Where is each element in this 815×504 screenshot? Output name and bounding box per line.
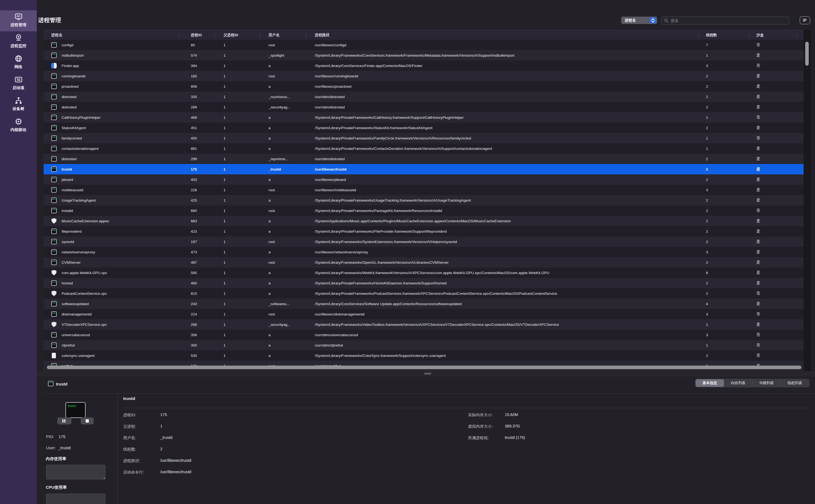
search-icon [664, 18, 669, 23]
table-row[interactable]: colorsync.useragent5301a/System/Library/… [44, 350, 804, 361]
table-row[interactable]: UsageTrackingAgent4251a/System/Library/P… [44, 195, 804, 205]
divider [117, 393, 118, 504]
info-value: 175 [160, 412, 167, 417]
detail-tab-2[interactable]: 内存列表 [724, 379, 752, 387]
cell-user: a [268, 292, 271, 296]
cell-path: /usr/libexec/trustd [315, 167, 346, 171]
sidebar-item-1[interactable]: 进程管理 [0, 10, 37, 31]
kernel-driver-icon [14, 117, 23, 126]
info-value: /usr/libexec/trustd [160, 458, 191, 463]
cell-user: a [268, 147, 271, 151]
cell-user: a [268, 333, 271, 337]
vertical-scrollbar[interactable] [805, 42, 809, 66]
column-separator[interactable] [215, 32, 215, 38]
table-row[interactable]: networkserviceproxy4731a/usr/libexec/net… [44, 247, 804, 257]
cell-user: a [268, 250, 271, 254]
table-row[interactable]: configd801root/usr/libexec/configd7否 [44, 40, 804, 50]
table-row[interactable]: installd6601root/System/Library/PrivateF… [44, 205, 804, 216]
sidebar-item-6[interactable]: 内核驱动 [0, 115, 37, 136]
detail-tab-3[interactable]: 句柄列表 [752, 379, 781, 387]
table-row[interactable]: trustd1751_trustd/usr/libexec/trustd2是 [44, 164, 804, 174]
column-header-sandbox[interactable]: 沙盒 [756, 33, 764, 38]
search-field[interactable] [661, 17, 789, 25]
column-header-threads[interactable]: 线程数 [706, 33, 717, 38]
table-row[interactable]: homed4801a/System/Library/PrivateFramewo… [44, 278, 804, 288]
cell-pid: 299 [191, 157, 197, 161]
cell-user: root [268, 188, 275, 192]
cell-pid: 175 [191, 167, 197, 171]
detail-process-name: trustd [56, 382, 68, 386]
divider [123, 408, 810, 408]
sidebar-item-3[interactable]: 网络 [0, 52, 37, 73]
table-row[interactable]: VTDecoderXPCService.xpc2881_securityag..… [44, 319, 804, 330]
table-row[interactable]: proactived8061a/usr/libexec/proactived2是 [44, 81, 804, 92]
column-separator[interactable] [179, 32, 180, 38]
terminal-icon [51, 311, 57, 317]
table-row[interactable]: familycircled4501a/System/Library/Privat… [44, 133, 804, 143]
search-input[interactable] [670, 17, 786, 24]
table-row[interactable]: distnoted3351_nsurlsessi.../usr/sbin/dis… [44, 92, 804, 102]
cell-name: mobileassetd [62, 188, 83, 192]
cell-threads: 2 [706, 229, 708, 233]
cell-pid: 451 [191, 126, 197, 130]
cell-ppid: 1 [223, 302, 226, 306]
detail-tab-4[interactable]: 线程列表 [781, 379, 809, 387]
table-row[interactable]: StatusKitAgent4511a/System/Library/Priva… [44, 123, 804, 133]
cell-threads: 3 [706, 312, 708, 316]
process-manage-icon [14, 13, 23, 21]
table-row[interactable]: mobileassetd2261root/usr/libexec/mobilea… [44, 185, 804, 195]
sidebar-item-2[interactable]: 进程监控 [0, 31, 37, 52]
column-separator[interactable] [260, 32, 260, 38]
table-row[interactable]: softwareupdated2431_softwareu.../System/… [44, 299, 804, 309]
table-row[interactable]: diskmanagementd2241root/usr/libexec/disk… [44, 309, 804, 319]
table-row[interactable]: CallHistoryPluginHelper4691a/System/Libr… [44, 112, 804, 123]
column-separator[interactable] [797, 32, 797, 38]
detail-tab-1[interactable]: 基本信息 [696, 379, 724, 387]
cell-name: PodcastContentService.xpc [62, 292, 107, 296]
cell-sandbox: 否 [756, 136, 760, 141]
pause-process-button[interactable] [57, 417, 71, 424]
cell-user: a [268, 126, 271, 130]
sidebar-item-label: 内核驱动 [0, 127, 37, 132]
sidebar-item-4[interactable]: 启动项 [0, 73, 37, 94]
app-window: 进程管理 进程监控 网络 启动项 设备树 内核驱动 进程管理 进程名 进程名进程… [0, 0, 815, 504]
column-header-path[interactable]: 进程路径 [315, 33, 329, 38]
filter-dropdown[interactable]: 进程名 [621, 17, 657, 24]
table-row[interactable]: Finder.app3941a/System/Library/CoreServi… [44, 60, 804, 71]
table-row[interactable]: pboard4031a/usr/libexec/pboard2是 [44, 174, 804, 185]
cell-ppid: 1 [223, 354, 226, 358]
column-separator[interactable] [306, 32, 306, 38]
table-row[interactable]: distnoted2991_reportme.../usr/sbin/distn… [44, 154, 804, 164]
table-row[interactable]: runningboardd1851root/usr/libexec/runnin… [44, 71, 804, 81]
table-row[interactable]: sysextd1971root/System/Library/Framework… [44, 236, 804, 247]
cell-name: networkserviceproxy [62, 250, 95, 254]
table-row[interactable]: universalaccessd3561a/usr/sbin/universal… [44, 330, 804, 340]
sidebar-item-5[interactable]: 设备树 [0, 94, 37, 115]
cell-name: homed [62, 281, 73, 285]
filter-dropdown-label: 进程名 [625, 18, 636, 23]
column-header-user[interactable]: 用户名 [268, 33, 280, 38]
list-options-button[interactable] [800, 16, 810, 24]
column-separator[interactable] [699, 32, 699, 38]
table-row[interactable]: distnoted2891_securityag.../usr/sbin/dis… [44, 102, 804, 112]
table-row[interactable]: PodcastContentService.xpc8101a/System/Li… [44, 288, 804, 299]
cell-name: fileproviderd [62, 229, 82, 233]
table-row[interactable]: MusicCacheExtension.appex6631a/System/Ap… [44, 216, 804, 226]
column-header-name[interactable]: 进程名 [51, 33, 62, 38]
table-row[interactable]: fileproviderd4231a/System/Library/Privat… [44, 226, 804, 236]
process-monitor-icon [14, 34, 23, 42]
table-row[interactable]: CVMServer4671root/System/Library/Framewo… [44, 257, 804, 268]
column-header-pid[interactable]: 进程ID [191, 33, 202, 38]
column-header-ppid[interactable]: 父进程ID [223, 33, 238, 38]
cell-pid: 425 [191, 198, 197, 202]
table-row[interactable]: com.apple.WebKit.GPU.xpc5851a/System/Lib… [44, 268, 804, 278]
horizontal-scrollbar[interactable] [47, 366, 801, 369]
stop-process-button[interactable] [81, 417, 94, 424]
column-separator[interactable] [749, 32, 749, 38]
splitter-handle[interactable] [424, 373, 431, 375]
table-row[interactable]: contactsdonationagent8611a/System/Librar… [44, 143, 804, 154]
table-row[interactable]: cfprefsd3501a/usr/sbin/cfprefsd1否 [44, 340, 804, 350]
table-row[interactable]: mdbulkimport5741_spotlight/System/Librar… [44, 50, 804, 60]
cell-sandbox: 是 [756, 239, 760, 244]
shield-icon [51, 291, 57, 296]
